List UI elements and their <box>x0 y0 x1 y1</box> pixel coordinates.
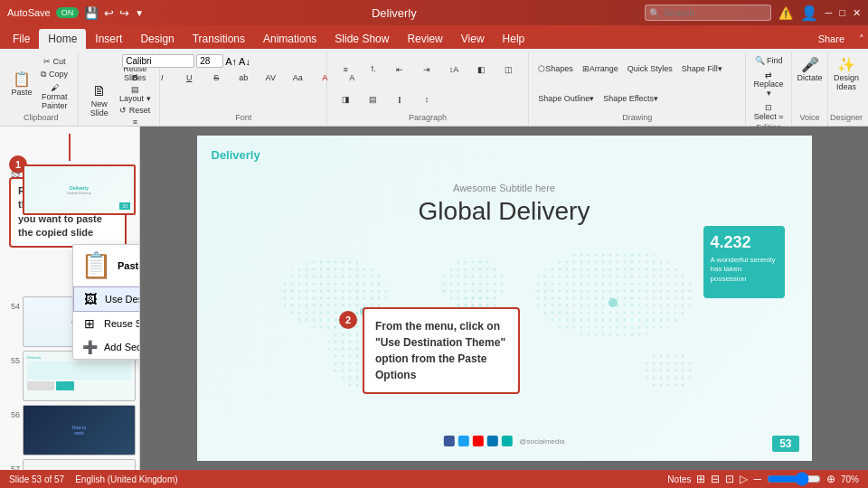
slide-panel: 1 Right-click between the two slides whe… <box>0 127 140 470</box>
use-destination-theme-item[interactable]: 🖼 Use Destination Theme (H) <box>73 286 140 312</box>
bullets-button[interactable]: ≡ <box>333 63 358 76</box>
shape-outline-button[interactable]: Shape Outline▾ <box>534 92 598 105</box>
zoom-in-icon[interactable]: ⊕ <box>826 473 835 485</box>
close-btn[interactable]: ✕ <box>853 7 861 19</box>
status-bar-left: Slide 53 of 57 English (United Kingdom) <box>9 474 178 484</box>
slide-thumb-56[interactable]: 56 ✦ How towork <box>4 405 136 455</box>
tab-animations[interactable]: Animations <box>254 29 326 49</box>
canvas-area: 2 From the menu, click on "Use Destinati… <box>140 127 868 470</box>
slide-sorter-icon[interactable]: ⊟ <box>711 473 720 485</box>
justify-button[interactable]: ▤ <box>360 93 385 106</box>
context-menu-title: Paste Options: <box>118 260 140 271</box>
search-input[interactable] <box>645 5 771 21</box>
app-title: Deliverly <box>372 6 417 20</box>
slide-num-54: 54 <box>4 296 20 311</box>
font-size-input[interactable] <box>196 54 223 68</box>
cut-button[interactable]: ✂ Cut <box>36 56 72 67</box>
tab-design[interactable]: Design <box>131 29 183 49</box>
paste-icon-large: 📋 <box>80 250 112 280</box>
font-group: A↑ A↓ B I U S ab AV Aa A A Font <box>160 52 327 126</box>
font-shrink-icon[interactable]: A↓ <box>239 56 250 67</box>
select-button[interactable]: ⊡ Select = <box>750 101 788 123</box>
arrange-button[interactable]: ⊞Arrange <box>579 62 622 75</box>
undo-icon[interactable]: ↩ <box>104 6 114 20</box>
increase-indent-button[interactable]: ⇥ <box>414 63 439 76</box>
font-name-input[interactable] <box>122 54 194 68</box>
new-slide-button[interactable]: 🗎 New Slide <box>84 80 114 119</box>
align-center-button[interactable]: ◫ <box>495 63 521 76</box>
find-button[interactable]: 🔍 Find <box>750 54 788 67</box>
slide-img-57[interactable]: slide 57 <box>23 459 136 470</box>
paste-button[interactable]: 📋 Paste <box>9 69 34 99</box>
tab-help[interactable]: Help <box>494 29 534 49</box>
align-right-button[interactable]: ◨ <box>333 93 358 106</box>
minimize-btn[interactable]: ─ <box>826 7 833 18</box>
change-case-button[interactable]: Aa <box>285 71 310 84</box>
designer-label: Designer <box>830 113 863 124</box>
format-painter-button[interactable]: 🖌 Format Painter <box>36 82 72 111</box>
redo-icon[interactable]: ↪ <box>119 6 129 20</box>
customize-icon[interactable]: ▼ <box>135 8 144 18</box>
slideshow-view-icon[interactable]: ▷ <box>740 473 748 485</box>
use-destination-theme-icon: 🖼 <box>81 292 99 306</box>
replace-button[interactable]: ⇄ Replace ▾ <box>750 69 788 99</box>
tab-view[interactable]: View <box>452 29 494 49</box>
add-section-item[interactable]: ➕ Add Section <box>73 335 140 359</box>
voice-group: 🎤 Dictate Voice <box>792 52 828 126</box>
char-spacing-button[interactable]: AV <box>258 71 283 84</box>
dictate-button[interactable]: 🎤 Dictate <box>794 54 826 113</box>
tab-home[interactable]: Home <box>39 29 86 49</box>
share-button[interactable]: Share <box>809 31 854 47</box>
columns-button[interactable]: ⫿ <box>387 93 412 106</box>
copy-button[interactable]: ⧉ Copy <box>36 69 72 80</box>
social-li <box>486 436 497 446</box>
quick-styles-button[interactable]: Quick Styles <box>624 62 676 75</box>
slide-thumb-53[interactable]: 53 Deliverly Global Delivery 53 <box>4 164 136 215</box>
text-direction-button[interactable]: ↕A <box>441 63 467 76</box>
decrease-indent-button[interactable]: ⇤ <box>387 63 412 76</box>
italic-button[interactable]: I <box>149 71 175 84</box>
account-icon[interactable]: 👤 <box>800 5 818 22</box>
collapse-ribbon-icon[interactable]: ˄ <box>859 33 864 45</box>
tab-slideshow[interactable]: Slide Show <box>326 29 398 49</box>
tab-insert[interactable]: Insert <box>86 29 131 49</box>
save-icon[interactable]: 💾 <box>84 6 99 20</box>
slide-57-content: slide 57 <box>24 460 135 470</box>
tab-file[interactable]: File <box>4 29 39 49</box>
slide-img-56[interactable]: How towork <box>23 405 136 455</box>
callout-2-text: From the menu, click on "Use Destination… <box>363 307 520 394</box>
autosave-label: AutoSave <box>7 7 51 18</box>
shapes-button[interactable]: ⬡Shapes <box>534 62 577 75</box>
design-ideas-button[interactable]: ✨ DesignIdeas <box>830 54 863 113</box>
editing-buttons: 🔍 Find ⇄ Replace ▾ ⊡ Select = <box>750 54 788 123</box>
slide-img-53[interactable]: Deliverly Global Delivery 53 <box>23 164 136 215</box>
normal-view-icon[interactable]: ⊞ <box>696 473 705 485</box>
shape-effects-button[interactable]: Shape Effects▾ <box>599 92 662 105</box>
tab-review[interactable]: Review <box>398 29 451 49</box>
shape-fill-button[interactable]: Shape Fill▾ <box>678 62 726 75</box>
font-grow-icon[interactable]: A↑ <box>225 56 237 67</box>
strikethrough-button[interactable]: S <box>203 71 229 84</box>
autosave-toggle[interactable]: ON <box>56 7 80 18</box>
line-spacing-button[interactable]: ↕ <box>414 93 439 106</box>
teal-card-number: 4.232 <box>711 233 778 252</box>
reading-view-icon[interactable]: ⊡ <box>725 473 734 485</box>
social-fb <box>443 436 454 446</box>
shadow-button[interactable]: ab <box>231 71 256 84</box>
tab-transitions[interactable]: Transitions <box>184 29 254 49</box>
align-left-button[interactable]: ◧ <box>468 63 494 76</box>
zoom-out-icon[interactable]: ─ <box>753 473 761 485</box>
notes-button[interactable]: Notes <box>667 474 691 484</box>
drawing-label: Drawing <box>622 113 652 124</box>
bold-button[interactable]: B <box>122 71 147 84</box>
callout-2-number: 2 <box>339 311 357 329</box>
slide-num-53: 53 <box>4 164 20 179</box>
social-tw <box>458 436 468 446</box>
teal-card-text: A wonderful serenity has taken possessio… <box>711 256 778 284</box>
numbering-button[interactable]: ⒈ <box>360 61 385 77</box>
underline-button[interactable]: U <box>176 71 202 84</box>
zoom-slider[interactable] <box>767 474 821 483</box>
reuse-slides-item[interactable]: ⊞ Reuse Slides <box>73 312 140 335</box>
slide-thumb-57[interactable]: 57 slide 57 <box>4 459 136 470</box>
maximize-btn[interactable]: □ <box>839 7 845 18</box>
